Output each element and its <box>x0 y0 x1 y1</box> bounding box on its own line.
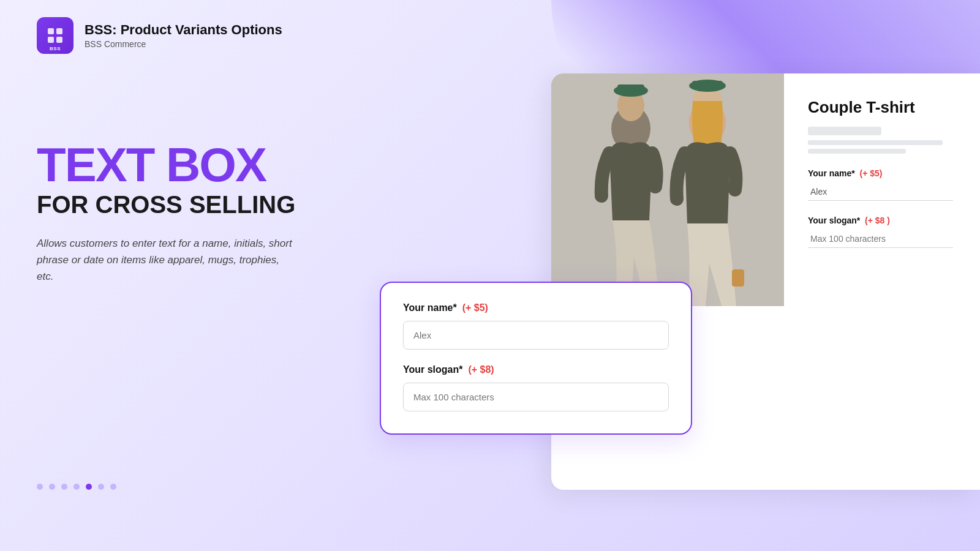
left-content: TEXT BOX FOR CROSS SELLING Allows custom… <box>37 141 380 285</box>
app-subtitle: BSS Commerce <box>85 39 282 49</box>
svg-rect-4 <box>617 84 644 93</box>
desc-bar-1 <box>808 140 943 145</box>
form-field2-label: Your slogan* (+ $8) <box>403 364 669 375</box>
desc-bar-2 <box>808 149 906 154</box>
right-field1-label: Your name* (+ $5) <box>808 168 953 178</box>
logo-text: BSS <box>37 46 74 51</box>
right-slogan-input[interactable] <box>808 230 953 248</box>
product-name: Couple T-shirt <box>808 98 953 117</box>
app-logo: BSS <box>37 17 74 54</box>
form-field1-label: Your name* (+ $5) <box>403 302 669 313</box>
svg-rect-0 <box>551 73 784 306</box>
right-name-input[interactable] <box>808 183 953 201</box>
page: BSS BSS: Product Variants Options BSS Co… <box>0 0 980 551</box>
price-bar <box>808 127 881 135</box>
form-name-input[interactable] <box>403 321 669 350</box>
hero-subheadline: FOR CROSS SELLING <box>37 191 380 218</box>
floating-form-card: Your name* (+ $5) Your slogan* (+ $8) <box>380 282 692 435</box>
dot-1[interactable] <box>37 484 43 490</box>
dot-6[interactable] <box>98 484 104 490</box>
hero-headline: TEXT BOX <box>37 141 380 189</box>
dot-5-active[interactable] <box>86 484 92 490</box>
dot-7[interactable] <box>110 484 116 490</box>
header: BSS BSS: Product Variants Options BSS Co… <box>0 0 980 54</box>
app-title: BSS: Product Variants Options <box>85 22 282 38</box>
form-slogan-input[interactable] <box>403 383 669 411</box>
svg-rect-9 <box>732 269 744 287</box>
svg-rect-8 <box>692 81 723 89</box>
right-field2-label: Your slogan* (+ $8 ) <box>808 216 953 225</box>
hero-description: Allows customers to enter text for a nam… <box>37 235 294 285</box>
pagination <box>37 484 116 490</box>
header-text: BSS: Product Variants Options BSS Commer… <box>85 22 282 49</box>
dot-3[interactable] <box>61 484 67 490</box>
dot-4[interactable] <box>74 484 80 490</box>
product-info: Couple T-shirt Your name* (+ $5) Your sl… <box>793 86 968 260</box>
dot-2[interactable] <box>49 484 55 490</box>
product-image <box>551 73 784 306</box>
